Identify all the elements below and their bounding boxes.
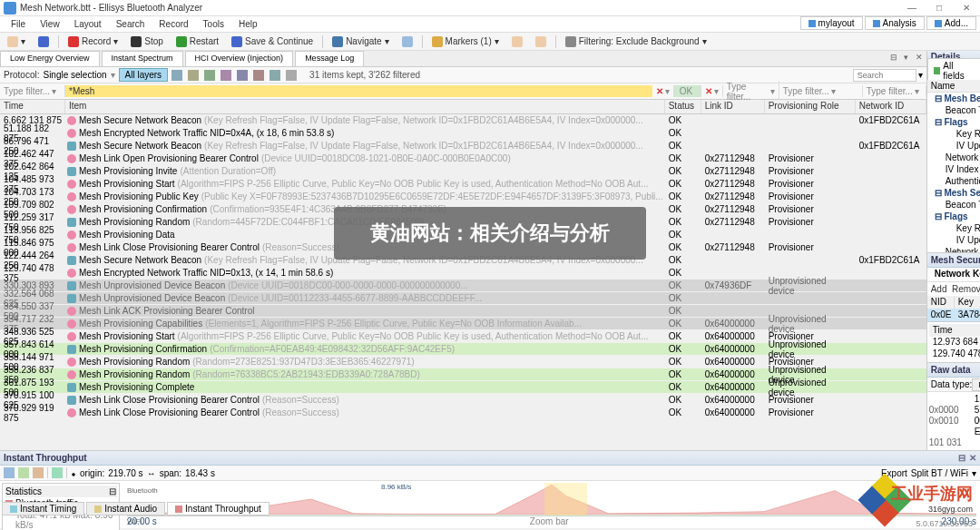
table-row[interactable]: 112.259 317 750Mesh Provisioning Random … (0, 216, 926, 229)
tab-pin-icon[interactable]: ⊟ (888, 53, 899, 64)
tab-msglog[interactable]: Message Log (295, 51, 364, 66)
filter-status-ok[interactable]: OK (680, 86, 692, 96)
detail-row[interactable]: Network ID0x1FBD2C61A4B6E5A4 (927, 246, 980, 252)
detail-row[interactable]: ⊟ Flags (927, 116, 980, 128)
marker-next-button[interactable] (532, 35, 550, 48)
detail-row[interactable]: Key Refresh FlagFalse (927, 128, 980, 140)
detail-row[interactable]: Network ID0x1FBD2C61A4B6E5A4 (927, 152, 980, 163)
tab-add[interactable]: Add... (926, 16, 976, 30)
detail-row[interactable]: IV Update FlagFalse (927, 140, 980, 152)
table-row[interactable]: 361.875 193 500Mesh Provisioning Complet… (0, 381, 926, 394)
detail-row[interactable]: Key Refresh FlagFalse (927, 222, 980, 234)
table-row[interactable]: 370.915 100 625Mesh Link Close Provision… (0, 394, 926, 407)
col-item[interactable]: Item (65, 100, 665, 113)
detail-row[interactable]: ⊟ Mesh Beacon (927, 93, 980, 104)
table-row[interactable]: 113.956 825 750Mesh Provisioning Data OK (0, 229, 926, 241)
menu-record[interactable]: Record (152, 19, 195, 29)
proto-icon-3[interactable] (204, 70, 215, 81)
detail-row[interactable]: IV Update FlagFalse (927, 234, 980, 246)
table-row[interactable]: 122.444 264 250Mesh Secure Network Beaco… (0, 254, 926, 267)
clear-status-filter-icon[interactable]: ✕ (705, 86, 712, 96)
proto-icon-2[interactable] (188, 70, 199, 81)
proto-icon-6[interactable] (253, 70, 264, 81)
markers-button[interactable]: Markers (1)▾ (428, 35, 503, 48)
filtering-button[interactable]: Filtering: Exclude Background▾ (562, 35, 710, 48)
proto-icon-5[interactable] (237, 70, 248, 81)
col-time[interactable]: Time (0, 100, 65, 113)
save-continue-button[interactable]: Save & Continue (228, 35, 317, 48)
stop-button[interactable]: Stop (127, 35, 167, 48)
col-status[interactable]: Status (665, 100, 701, 113)
detail-row[interactable]: ⊟ Flags (927, 211, 980, 222)
add-key-button[interactable]: Add (931, 284, 947, 294)
timing-col-time[interactable]: Time (929, 324, 980, 337)
tab-le-overview[interactable]: Low Energy Overview (0, 51, 100, 66)
tab-instant-throughput[interactable]: Instant Throughput (167, 502, 270, 515)
tab-spectrum[interactable]: Instant Spectrum (102, 51, 183, 66)
menu-view[interactable]: View (33, 19, 67, 29)
menu-layout[interactable]: Layout (67, 19, 109, 29)
restart-button[interactable]: Restart (172, 35, 222, 48)
detail-row[interactable]: Authentication Value0x9ED4D1B1928FE47C (927, 175, 980, 187)
proto-icon-1[interactable] (172, 70, 182, 81)
detail-row[interactable]: Beacon TypeSecure Network Beacon (927, 104, 980, 116)
marker-prev-button[interactable] (508, 35, 526, 48)
clear-item-filter-icon[interactable]: ✕ (656, 86, 663, 96)
menu-search[interactable]: Search (109, 19, 152, 29)
col-net[interactable]: Network ID (856, 100, 926, 113)
table-row[interactable]: 370.929 919 875Mesh Link Close Provision… (0, 407, 926, 419)
col-role[interactable]: Provisioning Role (765, 100, 856, 113)
menu-help[interactable]: Help (231, 19, 265, 29)
table-row[interactable]: 104.703 173 250Mesh Provisioning Public … (0, 191, 926, 203)
table-row[interactable]: 115.846 975 000Mesh Link Close Provision… (0, 241, 926, 254)
proto-icon-7[interactable] (270, 70, 280, 81)
remove-key-button[interactable]: Remove (952, 284, 980, 294)
filter-time[interactable]: Type filter... (4, 86, 50, 96)
table-row[interactable]: 357.843 614 000Mesh Provisioning Confirm… (0, 343, 926, 356)
table-row[interactable]: 102.642 864 125Mesh Provisioning Invite … (0, 165, 926, 178)
chart-fit-icon[interactable] (33, 467, 44, 478)
proto-icon-4[interactable] (220, 70, 231, 81)
navigate-button[interactable]: Navigate▾ (328, 35, 392, 48)
tab-hci[interactable]: HCI Overview (Injection) (185, 51, 294, 66)
nav-prev-button[interactable] (398, 35, 416, 48)
tab-instant-timing[interactable]: Instant Timing (2, 502, 84, 515)
min-button[interactable]: — (898, 3, 926, 13)
save-button[interactable] (34, 35, 53, 48)
stats-collapse-icon[interactable]: ⊟ (109, 486, 116, 496)
table-row[interactable]: 102.462 447 375Mesh Link Open Provisioni… (0, 152, 926, 165)
throughput-pin-icon[interactable]: ⊟ (958, 453, 965, 463)
filter-item[interactable]: *Mesh (69, 86, 94, 96)
col-link[interactable]: Link ID (701, 100, 765, 113)
timing-row[interactable]: 129.740 478 375Network Key (NID 0x13) (929, 348, 980, 360)
menu-tools[interactable]: Tools (196, 19, 231, 29)
table-row[interactable]: 51.188 182 875Mesh Encrypted Network Tra… (0, 127, 926, 140)
max-button[interactable]: □ (926, 3, 953, 13)
table-row[interactable]: 86.796 471 250Mesh Secure Network Beacon… (0, 140, 926, 152)
close-button[interactable]: ✕ (953, 3, 980, 13)
key-row[interactable]: 0x0E3A7846E9:AB9A36E3:7A44D59D:B96DDC8C0… (927, 309, 980, 321)
detail-row[interactable]: Beacon TypeSecure Network Beacon (927, 199, 980, 211)
details-col-name[interactable]: Name (927, 80, 980, 92)
record-button[interactable]: Record▾ (64, 35, 122, 48)
detail-row[interactable]: IV Index0x00000000 (927, 163, 980, 175)
throughput-close-icon[interactable]: ✕ (969, 453, 976, 463)
table-row[interactable]: 330.303 893Mesh Unprovisioned Device Bea… (0, 280, 926, 292)
menu-file[interactable]: File (4, 19, 33, 29)
tab-mylayout[interactable]: mylayout (800, 16, 863, 30)
chart-cursor-icon[interactable] (52, 467, 63, 478)
table-row[interactable]: 104.485 973 375Mesh Provisioning Start (… (0, 178, 926, 191)
tab-network-keys[interactable]: Network Keys (927, 268, 980, 281)
table-row[interactable]: 109.709 802 500Mesh Provisioning Confirm… (0, 203, 926, 216)
search-dropdown-icon[interactable]: ▾ (918, 70, 923, 80)
tab-analysis[interactable]: Analysis (865, 16, 925, 30)
tab-instant-audio[interactable]: Instant Audio (86, 502, 165, 515)
table-row[interactable]: 334.717 232 375Mesh Provisioning Capabil… (0, 318, 926, 330)
search-input[interactable] (853, 69, 916, 82)
proto-icon-8[interactable] (286, 70, 297, 81)
chart-zoom-icon[interactable] (4, 467, 15, 478)
timing-row[interactable]: 12.973 684 875Network Key (NID 0x1E) (929, 337, 980, 348)
table-row[interactable]: 6.662 131 875Mesh Secure Network Beacon … (0, 114, 926, 127)
tab-dropdown-icon[interactable]: ▾ (901, 53, 912, 64)
tab-close-icon[interactable]: ✕ (914, 53, 925, 64)
